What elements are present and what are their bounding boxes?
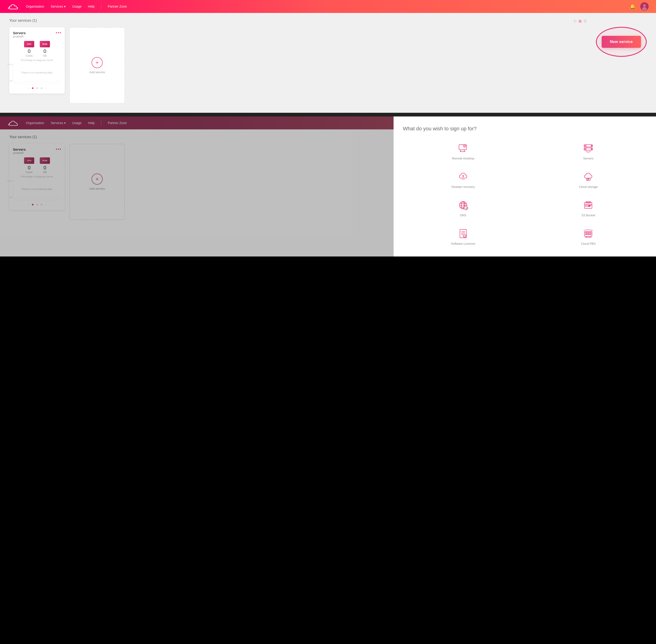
service-option-disaster-recovery[interactable]: Disaster recovery: [403, 168, 523, 190]
nav-usage[interactable]: Usage: [72, 5, 81, 8]
bottom-cores-value: 0: [24, 165, 34, 171]
dot-2[interactable]: [36, 87, 38, 89]
nav-help[interactable]: Help: [88, 5, 95, 8]
nav-right: 🔔: [630, 2, 649, 10]
cloud-pbx-icon: [582, 227, 595, 240]
main-content-top: Your services (1) ↻ ⊞ ☰ ••• Servers prue…: [0, 13, 656, 113]
bottom-add-plus-icon: +: [92, 174, 103, 185]
bottom-card-dots: •••: [56, 147, 62, 152]
card-menu-dots[interactable]: •••: [56, 30, 62, 36]
nav-organisation[interactable]: Organisation: [26, 5, 44, 8]
refresh-icon[interactable]: ↻: [574, 19, 577, 23]
cloud-storage-icon: [582, 170, 595, 183]
disaster-recovery-icon: [457, 170, 469, 183]
svg-rect-42: [588, 234, 589, 235]
disaster-recovery-label: Disaster recovery: [451, 185, 475, 188]
bottom-prev-arrow: ‹: [28, 203, 29, 206]
bottom-cores-label: Cores: [24, 171, 34, 174]
new-service-circle-annotation: New service: [596, 27, 647, 57]
svg-point-2: [642, 7, 647, 10]
view-controls: ↻ ⊞ ☰: [574, 19, 587, 23]
bottom-dot-3: [41, 204, 42, 205]
gb-label: GB: [40, 54, 50, 57]
svg-rect-41: [586, 234, 587, 235]
service-option-remote-desktop[interactable]: Remote Desktop: [403, 140, 523, 162]
cloud-storage-label: Cloud storage: [579, 185, 598, 188]
card-subtitle: pruebaR: [13, 35, 61, 38]
bottom-nav-organisation[interactable]: Organisation: [26, 121, 44, 125]
svg-text:🔗: 🔗: [465, 207, 468, 210]
bottom-dot-1: [32, 204, 34, 205]
servers-icon: [582, 142, 595, 155]
bell-icon[interactable]: 🔔: [630, 4, 636, 9]
bottom-logo[interactable]: [7, 119, 19, 127]
servers-label: Servers: [583, 157, 594, 160]
svg-line-4: [460, 150, 461, 152]
bottom-usage-note: Percentage of usage per server: [13, 176, 61, 178]
logo[interactable]: [7, 3, 19, 10]
bottom-add-label: Add service: [89, 187, 105, 190]
add-service-plus-icon: +: [92, 57, 103, 68]
bottom-gb-label: GB: [40, 171, 50, 174]
page-title-top: Your services (1): [9, 19, 647, 23]
service-options-grid: Remote Desktop Servers: [403, 140, 649, 247]
services-dropdown-arrow: ▾: [64, 5, 66, 8]
card-title: Servers: [13, 31, 61, 35]
nav-services[interactable]: Services ▾: [51, 5, 66, 8]
bottom-nav-usage[interactable]: Usage: [72, 121, 81, 125]
dot-1[interactable]: [32, 87, 34, 89]
s3-bucket-label: S3 Bucket: [582, 213, 595, 217]
cores-stat: CPU 0 Cores: [24, 41, 34, 57]
nav-links: Organisation Services ▾ Usage Help Partn…: [26, 4, 127, 9]
chart-0-label: 0%: [9, 80, 13, 82]
bottom-ram-stat: RAM 0 GB: [40, 157, 50, 174]
svg-rect-38: [586, 232, 587, 233]
grid-view-icon[interactable]: ⊞: [578, 19, 582, 23]
svg-point-7: [463, 145, 466, 147]
avatar[interactable]: [640, 2, 649, 10]
no-data-label: There is no monitoring data.: [13, 63, 61, 82]
svg-rect-39: [588, 232, 589, 233]
svg-rect-13: [585, 148, 586, 150]
new-service-button[interactable]: New service: [602, 36, 641, 48]
service-option-s3-bucket[interactable]: S3 Bucket: [528, 197, 649, 219]
bottom-cards-row: ••• Servers pruebaR CPU 0 Cores: [9, 144, 384, 220]
bottom-nav: Organisation Services ▾ Usage Help Partn…: [0, 116, 394, 130]
nav-partner-zone[interactable]: Partner Zone: [108, 5, 127, 8]
bottom-card-title: Servers: [13, 147, 61, 151]
top-nav: Organisation Services ▾ Usage Help Partn…: [0, 0, 656, 13]
bottom-nav-help[interactable]: Help: [88, 121, 95, 125]
bottom-card-stats: CPU 0 Cores RAM 0 GB: [13, 157, 61, 174]
svg-rect-30: [588, 206, 590, 207]
bottom-nav-services[interactable]: Services ▾: [51, 121, 66, 125]
card-stats: CPU 0 Cores RAM 0 GB: [13, 41, 61, 57]
svg-rect-28: [586, 205, 587, 207]
next-arrow[interactable]: ›: [45, 86, 46, 90]
bottom-main-content: Your services (1) ••• Servers pruebaR CP…: [0, 130, 394, 229]
cores-label: Cores: [24, 54, 34, 57]
bottom-cores-stat: CPU 0 Cores: [24, 157, 34, 174]
software-licences-label: Software Licences: [451, 242, 475, 246]
bottom-dot-2: [36, 204, 38, 205]
svg-rect-43: [590, 234, 591, 235]
card-footer: ‹ ›: [13, 84, 61, 90]
service-selection-panel: What do you wish to sign up for? Remote …: [394, 116, 656, 256]
signup-title: What do you wish to sign up for?: [403, 126, 649, 132]
s3-bucket-icon: [582, 199, 595, 212]
remote-desktop-label: Remote Desktop: [452, 157, 474, 160]
service-option-dns[interactable]: 🔗 DNS: [403, 197, 523, 219]
add-service-card[interactable]: + Add service: [69, 27, 125, 104]
service-option-software-licences[interactable]: Software Licences: [403, 225, 523, 247]
bottom-add-service-card: + Add service: [69, 144, 125, 220]
prev-arrow[interactable]: ‹: [28, 86, 29, 90]
service-option-cloud-storage[interactable]: Cloud storage: [528, 168, 649, 190]
gb-value: 0: [40, 48, 50, 54]
dot-3[interactable]: [41, 87, 42, 89]
service-option-servers[interactable]: Servers: [528, 140, 649, 162]
bottom-services-arrow: ▾: [64, 121, 66, 125]
bottom-nav-partner-zone[interactable]: Partner Zone: [108, 121, 127, 125]
dns-label: DNS: [460, 213, 466, 217]
list-view-icon[interactable]: ☰: [584, 19, 587, 23]
service-option-cloud-pbx[interactable]: Cloud PBX: [528, 225, 649, 247]
screen-top: Organisation Services ▾ Usage Help Partn…: [0, 0, 656, 113]
